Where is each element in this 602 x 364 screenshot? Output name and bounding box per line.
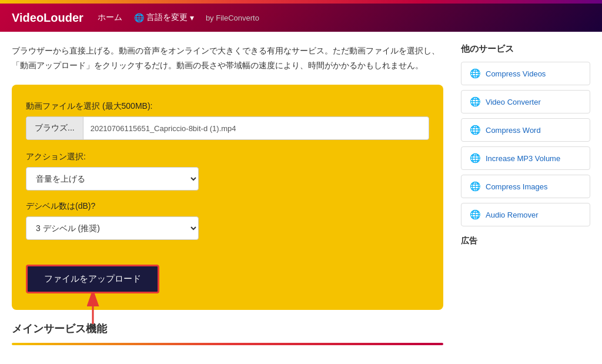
globe-icon: 🌐: [470, 181, 481, 192]
globe-icon: 🌐: [470, 96, 481, 107]
sidebar-item-increase-mp3[interactable]: 🌐 Increase MP3 Volume: [461, 146, 590, 170]
section-title: メインサービス機能: [12, 322, 443, 336]
page-layout: ブラウザーから直接上げる。動画の音声をオンラインで大きくできる有用なサービス。た…: [0, 32, 602, 357]
nav-language[interactable]: 🌐 言語を変更 ▾: [134, 12, 194, 23]
file-input-row: ブラウズ... 20210706115651_Capriccio-8bit-d …: [26, 116, 429, 140]
header-nav: ホーム 🌐 言語を変更 ▾ by FileConverto: [98, 12, 259, 23]
sidebar-item-label: Audio Remover: [486, 211, 539, 219]
upload-button[interactable]: ファイルをアップロード: [26, 265, 159, 293]
sidebar-item-audio-remover[interactable]: 🌐 Audio Remover: [461, 203, 590, 226]
file-name-display: 20210706115651_Capriccio-8bit-d (1).mp4: [83, 118, 429, 139]
ad-title: 広告: [461, 236, 590, 246]
site-logo[interactable]: VideoLouder: [12, 11, 83, 25]
sidebar-item-compress-word[interactable]: 🌐 Compress Word: [461, 118, 590, 142]
sidebar-item-video-converter[interactable]: 🌐 Video Converter: [461, 90, 590, 113]
action-label: アクション選択:: [26, 152, 429, 162]
chevron-down-icon: ▾: [190, 13, 194, 22]
nav-home[interactable]: ホーム: [98, 12, 122, 23]
nav-language-label: 言語を変更: [146, 12, 188, 23]
globe-icon: 🌐: [470, 209, 481, 220]
arrow-indicator: [81, 292, 105, 324]
globe-icon: 🌐: [470, 125, 481, 135]
form-card: 動画ファイルを選択 (最大500MB): ブラウズ... 20210706115…: [12, 85, 443, 310]
globe-icon: 🌐: [134, 13, 144, 22]
main-content: ブラウザーから直接上げる。動画の音声をオンラインで大きくできる有用なサービス。た…: [12, 44, 443, 345]
sidebar-item-label: Compress Videos: [486, 69, 546, 78]
db-section: デシベル数は(dB)? 3 デシベル (推奨): [26, 201, 429, 240]
header: VideoLouder ホーム 🌐 言語を変更 ▾ by FileConvert…: [0, 4, 602, 32]
sidebar-item-compress-images[interactable]: 🌐 Compress Images: [461, 175, 590, 198]
sidebar: 他のサービス 🌐 Compress Videos 🌐 Video Convert…: [461, 44, 590, 345]
action-select[interactable]: 音量を上げる: [26, 167, 199, 191]
sidebar-item-label: Compress Images: [486, 182, 547, 191]
by-fileconverto: by FileConverto: [206, 14, 259, 22]
section-bar: [12, 343, 443, 345]
sidebar-item-label: Increase MP3 Volume: [486, 154, 560, 163]
file-label: 動画ファイルを選択 (最大500MB):: [26, 101, 429, 112]
file-input-section: 動画ファイルを選択 (最大500MB): ブラウズ... 20210706115…: [26, 101, 429, 140]
db-label: デシベル数は(dB)?: [26, 201, 429, 212]
db-select[interactable]: 3 デシベル (推奨): [26, 216, 199, 240]
globe-icon: 🌐: [470, 68, 481, 79]
sidebar-title: 他のサービス: [461, 44, 590, 55]
globe-icon: 🌐: [470, 153, 481, 163]
sidebar-item-label: Video Converter: [486, 98, 541, 106]
description-text: ブラウザーから直接上げる。動画の音声をオンラインで大きくできる有用なサービス。た…: [12, 44, 443, 73]
upload-btn-wrapper: ファイルをアップロード: [26, 265, 159, 293]
sidebar-item-label: Compress Word: [486, 126, 541, 135]
upload-button-container: ファイルをアップロード: [26, 251, 159, 293]
browse-button[interactable]: ブラウズ...: [26, 117, 83, 139]
action-section: アクション選択: 音量を上げる: [26, 152, 429, 191]
sidebar-item-compress-videos[interactable]: 🌐 Compress Videos: [461, 62, 590, 85]
